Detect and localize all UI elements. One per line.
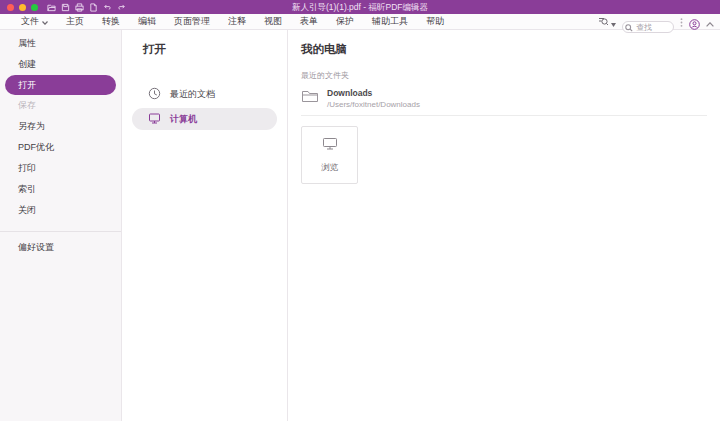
recent-folders-divider: [301, 115, 707, 116]
collapse-toolbar-button[interactable]: [706, 13, 714, 31]
menu-tab-file[interactable]: 文件: [12, 14, 57, 30]
sidebar-item-label: 属性: [18, 37, 36, 50]
sidebar-divider: [0, 231, 121, 232]
menu-tab-label: 视图: [264, 15, 282, 28]
menu-tab-accessibility[interactable]: 辅助工具: [363, 14, 417, 30]
folder-path: /Users/foxitnet/Downloads: [327, 100, 420, 109]
open-item-label: 最近的文档: [170, 88, 215, 101]
sidebar-item-save-as[interactable]: 另存为: [0, 116, 121, 137]
sidebar-item-properties[interactable]: 属性: [0, 33, 121, 54]
menu-tab-comment[interactable]: 注释: [219, 14, 255, 30]
sidebar-item-open[interactable]: 打开: [5, 75, 116, 95]
search-icon: [625, 18, 633, 36]
monitor-icon: [322, 137, 338, 155]
menu-tab-protect[interactable]: 保护: [327, 14, 363, 30]
sidebar-item-label: 创建: [18, 58, 36, 71]
folder-info: Downloads /Users/foxitnet/Downloads: [327, 88, 420, 109]
menu-tab-label: 辅助工具: [372, 15, 408, 28]
sidebar-item-label: PDF优化: [18, 141, 54, 154]
chevron-down-icon: [42, 17, 48, 27]
menu-tab-view[interactable]: 视图: [255, 14, 291, 30]
menubar-right-controls: [598, 13, 714, 31]
open-panel-title: 打开: [132, 42, 277, 57]
zoom-button[interactable]: [31, 4, 38, 11]
menu-tab-label: 表单: [300, 15, 318, 28]
folder-name: Downloads: [327, 88, 420, 98]
menu-tab-label: 帮助: [426, 15, 444, 28]
find-replace-button[interactable]: [598, 13, 616, 31]
sidebar-item-label: 索引: [18, 183, 36, 196]
redo-icon[interactable]: [117, 3, 126, 12]
undo-icon[interactable]: [103, 3, 112, 12]
menu-tab-label: 文件: [21, 15, 39, 28]
open-item-computer[interactable]: 计算机: [132, 108, 277, 130]
print-icon[interactable]: [75, 3, 84, 12]
menu-tab-label: 保护: [336, 15, 354, 28]
open-icon[interactable]: [47, 3, 56, 12]
sidebar-item-label: 打开: [18, 79, 36, 92]
menu-tab-label: 页面管理: [174, 15, 210, 28]
sidebar-item-label: 保存: [18, 99, 36, 112]
traffic-lights: [7, 4, 38, 11]
close-button[interactable]: [7, 4, 14, 11]
sidebar-item-create[interactable]: 创建: [0, 54, 121, 75]
sidebar-item-save: 保存: [0, 95, 121, 116]
minimize-button[interactable]: [19, 4, 26, 11]
quick-access-toolbar: [47, 3, 126, 12]
title-bar: 新人引导(1)(1).pdf - 福昕PDF编辑器: [0, 0, 720, 14]
open-item-recent-documents[interactable]: 最近的文档: [132, 83, 277, 105]
browse-button-label: 浏览: [321, 162, 338, 174]
menu-tab-label: 转换: [102, 15, 120, 28]
menu-bar: 文件 主页 转换 编辑 页面管理 注释 视图 表单 保护 辅助工具 帮助: [0, 14, 720, 30]
account-avatar[interactable]: [689, 16, 700, 27]
menu-tab-edit[interactable]: 编辑: [129, 14, 165, 30]
save-icon[interactable]: [61, 3, 70, 12]
menu-tab-help[interactable]: 帮助: [417, 14, 453, 30]
sidebar-item-label: 打印: [18, 162, 36, 175]
open-item-label: 计算机: [170, 113, 197, 126]
sidebar-item-index[interactable]: 索引: [0, 179, 121, 200]
recent-folder-item[interactable]: Downloads /Users/foxitnet/Downloads: [301, 87, 707, 109]
file-menu-sidebar: 属性 创建 打开 保存 另存为 PDF优化 打印 索引 关闭 偏好设置: [0, 30, 122, 421]
backstage-view: 属性 创建 打开 保存 另存为 PDF优化 打印 索引 关闭 偏好设置 打开 最…: [0, 30, 720, 421]
menu-tab-form[interactable]: 表单: [291, 14, 327, 30]
open-panel: 打开 最近的文档 计算机: [122, 30, 288, 421]
sidebar-item-close[interactable]: 关闭: [0, 200, 121, 221]
sidebar-item-preferences[interactable]: 偏好设置: [0, 237, 121, 258]
computer-icon: [148, 112, 161, 127]
open-location-list: 最近的文档 计算机: [132, 83, 277, 130]
sidebar-item-label: 另存为: [18, 120, 45, 133]
menu-tab-home[interactable]: 主页: [57, 14, 93, 30]
sidebar-item-print[interactable]: 打印: [0, 158, 121, 179]
folder-icon: [301, 88, 319, 108]
new-document-icon[interactable]: [89, 3, 98, 12]
menu-tab-label: 主页: [66, 15, 84, 28]
search-box: [622, 16, 674, 28]
sidebar-item-label: 偏好设置: [18, 241, 54, 254]
menu-tab-convert[interactable]: 转换: [93, 14, 129, 30]
sidebar-item-pdf-optimize[interactable]: PDF优化: [0, 137, 121, 158]
sidebar-item-label: 关闭: [18, 204, 36, 217]
find-replace-icon: [598, 13, 609, 31]
menu-tab-page-management[interactable]: 页面管理: [165, 14, 219, 30]
recent-folders-label: 最近的文件夹: [301, 70, 707, 81]
menu-tab-label: 注释: [228, 15, 246, 28]
overflow-menu-icon[interactable]: [680, 13, 683, 31]
menu-tab-label: 编辑: [138, 15, 156, 28]
computer-panel: 我的电脑 最近的文件夹 Downloads /Users/foxitnet/Do…: [288, 30, 720, 421]
browse-button[interactable]: 浏览: [301, 126, 358, 184]
computer-panel-title: 我的电脑: [301, 42, 707, 57]
dropdown-arrow-icon: [611, 13, 616, 31]
clock-icon: [148, 87, 161, 102]
